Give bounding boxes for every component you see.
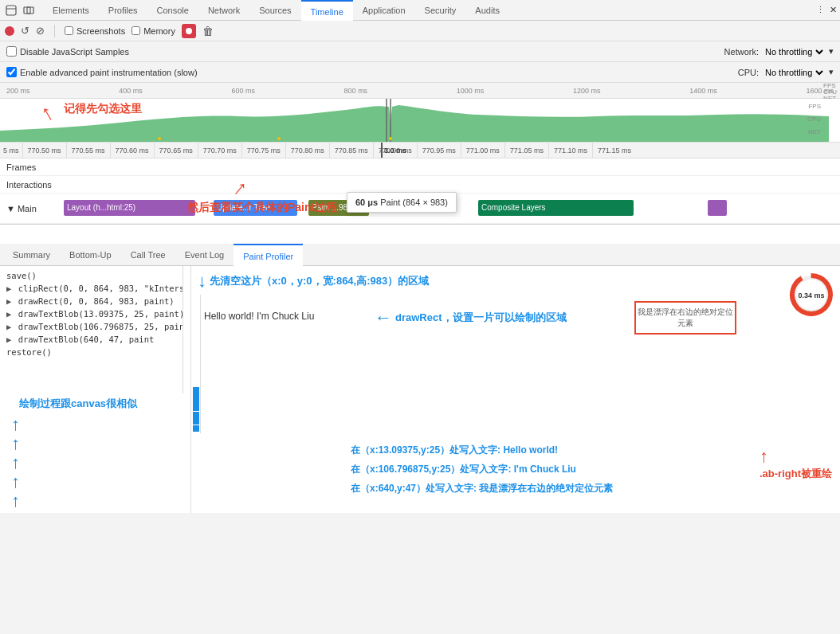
tick-77105: 771.05 ms <box>504 143 548 158</box>
tick-77080: 770.80 ms <box>285 143 329 158</box>
code-line-drawtextblob1[interactable]: ▶ drawTextBlob(13.09375, 25, paint) <box>0 307 183 320</box>
tick-77075: 770.75 ms <box>241 143 285 158</box>
code-restore-text: restore() <box>6 347 52 357</box>
devtools-nav: Elements Profiles Console Network Source… <box>0 0 840 21</box>
left-panel: save() ▶ clipRect(0, 0, 864, 983, "kInte… <box>0 266 191 513</box>
refresh-button[interactable]: ↺ <box>21 25 29 37</box>
annotation-paint-area: ↑ 然后查看某个具体的Paint过程 <box>0 225 840 244</box>
layout-bar[interactable]: Layout (h...html:25) <box>64 200 195 216</box>
tick-77095: 770.95 ms <box>417 143 461 158</box>
tab-elements[interactable]: Elements <box>43 0 99 21</box>
tick-77055: 770.55 ms <box>66 143 110 158</box>
enable-paint-checkbox[interactable] <box>6 67 17 77</box>
tab-console[interactable]: Console <box>147 0 198 21</box>
network-dropdown-icon[interactable]: ▾ <box>829 46 834 57</box>
tooltip-paint-label: Paint (864 × 983) <box>380 198 448 207</box>
tab-summary[interactable]: Summary <box>3 244 60 266</box>
screenshots-checkbox[interactable] <box>65 26 73 35</box>
devtools-icon-2[interactable] <box>21 2 37 18</box>
write-anno-2: 在（x:106.796875,y:25）处写入文字: I'm Chuck Liu <box>351 463 576 476</box>
devtools-icon-1[interactable] <box>3 2 19 18</box>
code-line-drawrect[interactable]: ▶ drawRect(0, 0, 864, 983, paint) <box>0 295 183 307</box>
clear-anno: ↓ 先清空这片（x:0，y:0，宽:864,高:983）的区域 <box>198 271 840 292</box>
screenshots-label: Screenshots <box>77 26 125 36</box>
small-bar[interactable] <box>708 200 727 216</box>
tab-event-log[interactable]: Event Log <box>175 244 234 266</box>
tab-audits[interactable]: Audits <box>465 0 509 21</box>
blue-arrow-1: ↑ <box>11 416 20 433</box>
tab-security[interactable]: Security <box>415 0 466 21</box>
cpu-select[interactable]: No throttling <box>762 67 826 78</box>
arrow-icon-4: ▶ <box>6 322 11 331</box>
code-line-drawtextblob3[interactable]: ▶ drawTextBlob(640, 47, paint <box>0 333 183 346</box>
fine-ruler: 5 ms 770.50 ms 770.55 ms 770.60 ms 770.6… <box>0 143 840 158</box>
drawrect-arrow: ← <box>375 307 392 328</box>
blue-arrows-group: ↑ ↑ ↑ ↑ ↑ <box>11 416 20 510</box>
main-content: Layout (h...html:25) Update...r Tree Pai… <box>64 194 840 223</box>
record-button[interactable] <box>5 26 14 36</box>
ab-right-text: .ab-right被重绘 <box>760 468 832 479</box>
marker-label: 3.0 ms <box>384 147 406 155</box>
tab-paint-profiler[interactable]: Paint Profiler <box>234 244 303 266</box>
record-icon-button[interactable] <box>182 24 196 38</box>
tab-bottom-up[interactable]: Bottom-Up <box>60 244 121 266</box>
code-line-cliprect[interactable]: ▶ clipRect(0, 0, 864, 983, "kIntersect_O… <box>0 282 183 295</box>
enable-paint-text: Enable advanced paint instrumentation (s… <box>20 68 198 77</box>
tooltip-content: 60 μs Paint (864 × 983) <box>355 198 448 207</box>
float-box: 我是漂浮在右边的绝对定位元素 <box>634 301 736 335</box>
tab-timeline[interactable]: Timeline <box>301 0 353 21</box>
memory-label: Memory <box>143 26 175 36</box>
tick-77065: 770.65 ms <box>154 143 198 158</box>
memory-checkbox[interactable] <box>131 26 140 35</box>
interactions-content <box>64 176 840 193</box>
composite-label: Composite Layers <box>481 203 546 212</box>
tab-application[interactable]: Application <box>353 0 415 21</box>
disable-js-checkbox[interactable] <box>6 46 17 57</box>
annotation-text-1: 记得先勾选这里 <box>64 102 142 116</box>
histogram-bar-3 <box>193 425 199 432</box>
svg-text:NET: NET <box>808 128 821 135</box>
blue-arrow-4: ↑ <box>11 473 20 491</box>
arrow-icon-5: ▶ <box>6 335 11 344</box>
tab-network[interactable]: Network <box>198 0 249 21</box>
interactions-row: Interactions <box>0 176 840 194</box>
blue-arrow-3: ↑ <box>11 454 20 472</box>
more-options-button[interactable]: ⋮ <box>813 5 828 15</box>
tooltip-time: 60 μs <box>355 198 378 207</box>
disable-js-label[interactable]: Disable JavaScript Samples <box>6 46 129 57</box>
disable-js-text: Disable JavaScript Samples <box>20 47 129 57</box>
stop-button[interactable]: ⊘ <box>36 25 45 37</box>
code-line-restore[interactable]: restore() <box>0 346 183 358</box>
composite-bar[interactable]: Composite Layers <box>478 200 634 216</box>
frames-label: Frames <box>0 162 64 172</box>
code-line-drawtextblob2[interactable]: ▶ drawTextBlob(106.796875, 25, paint) <box>0 320 183 333</box>
arrow-icon-1: ▶ <box>6 284 11 293</box>
code-line-save[interactable]: save() <box>0 269 183 282</box>
tick-800: 800 ms <box>344 87 368 95</box>
network-throttle: Network: No throttling ▾ <box>724 46 834 57</box>
network-select[interactable]: No throttling <box>762 46 826 57</box>
frames-content <box>64 158 840 175</box>
timer-badge: 0.34 ms <box>789 272 834 319</box>
svg-text:CPU: CPU <box>807 115 821 123</box>
screenshots-checkbox-label[interactable]: Screenshots <box>65 26 125 36</box>
graph-area: FPS CPU NET ↑ 记得先勾选这里 <box>0 99 840 143</box>
tab-call-tree[interactable]: Call Tree <box>121 244 175 266</box>
clear-button[interactable]: 🗑 <box>202 25 214 37</box>
ab-right-anno: ↑ .ab-right被重绘 <box>760 446 832 481</box>
tab-profiles[interactable]: Profiles <box>99 0 147 21</box>
fine-ticks: 5 ms 770.50 ms 770.55 ms 770.60 ms 770.6… <box>0 143 636 158</box>
left-annotations: 绘制过程跟canvas很相似 ↑ ↑ ↑ ↑ ↑ <box>0 393 190 513</box>
cpu-label: CPU: <box>738 68 759 77</box>
code-drawtextblob2-text: drawTextBlob(106.796875, 25, paint) <box>18 322 183 331</box>
close-devtools-button[interactable]: ✕ <box>830 5 837 15</box>
tab-sources[interactable]: Sources <box>249 0 300 21</box>
enable-paint-label[interactable]: Enable advanced paint instrumentation (s… <box>6 67 198 77</box>
tick-1400: 1400 ms <box>689 87 717 95</box>
tick-1000: 1000 ms <box>457 87 485 95</box>
histogram <box>191 295 201 433</box>
tick-600: 600 ms <box>231 87 255 95</box>
cpu-dropdown-icon[interactable]: ▾ <box>829 67 834 77</box>
memory-checkbox-label[interactable]: Memory <box>131 26 175 36</box>
tick-200: 200 ms <box>6 87 30 95</box>
